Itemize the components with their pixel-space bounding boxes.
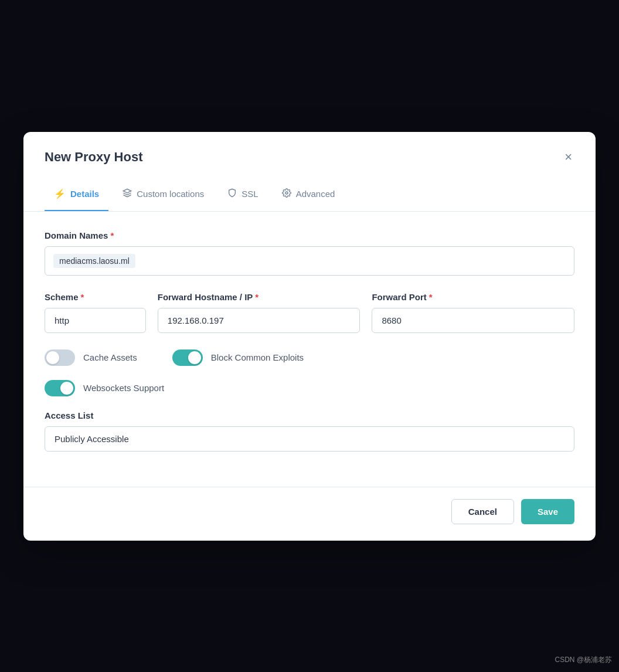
forward-port-input[interactable] bbox=[372, 308, 574, 333]
watermark: CSDN @杨浦老苏 bbox=[555, 655, 612, 665]
gear-icon bbox=[282, 188, 291, 200]
scheme-hostname-port-row: Scheme * Forward Hostname / IP * Forward… bbox=[45, 292, 574, 333]
tab-ssl[interactable]: SSL bbox=[218, 178, 267, 212]
shield-icon bbox=[227, 188, 237, 200]
modal-title: New Proxy Host bbox=[45, 150, 143, 165]
cache-assets-slider bbox=[45, 349, 75, 366]
websockets-label: Websockets Support bbox=[83, 383, 164, 393]
websockets-toggle[interactable] bbox=[45, 380, 75, 396]
domain-tag: mediacms.laosu.ml bbox=[53, 254, 135, 268]
domain-required-star: * bbox=[110, 230, 114, 240]
cache-assets-toggle[interactable] bbox=[45, 349, 75, 366]
cache-assets-label: Cache Assets bbox=[83, 352, 137, 362]
svg-marker-0 bbox=[124, 189, 131, 193]
tab-advanced[interactable]: Advanced bbox=[273, 178, 345, 212]
forward-hostname-group: Forward Hostname / IP * bbox=[158, 292, 360, 333]
cache-assets-group: Cache Assets bbox=[45, 349, 137, 366]
websockets-group: Websockets Support bbox=[45, 380, 164, 396]
tab-ssl-label: SSL bbox=[242, 189, 258, 199]
tab-custom-locations-label: Custom locations bbox=[137, 189, 204, 199]
scheme-required-star: * bbox=[81, 292, 84, 302]
port-required-star: * bbox=[429, 292, 433, 302]
modal-body: Domain Names * mediacms.laosu.ml Scheme … bbox=[23, 212, 596, 487]
block-exploits-slider bbox=[172, 349, 203, 366]
domain-names-input[interactable]: mediacms.laosu.ml bbox=[45, 246, 574, 276]
modal-header: New Proxy Host × bbox=[23, 132, 596, 178]
tab-details[interactable]: ⚡ Details bbox=[45, 178, 108, 211]
modal-dialog: New Proxy Host × ⚡ Details Custom locati… bbox=[23, 132, 596, 541]
svg-point-1 bbox=[285, 192, 288, 194]
modal-overlay: New Proxy Host × ⚡ Details Custom locati… bbox=[0, 0, 619, 672]
domain-names-group: Domain Names * mediacms.laosu.ml bbox=[45, 230, 574, 276]
layers-icon bbox=[123, 188, 132, 200]
save-button[interactable]: Save bbox=[521, 499, 574, 524]
forward-port-group: Forward Port * bbox=[372, 292, 574, 333]
cancel-button[interactable]: Cancel bbox=[451, 499, 514, 524]
tab-advanced-label: Advanced bbox=[296, 189, 335, 199]
block-exploits-toggle[interactable] bbox=[172, 349, 203, 366]
close-button[interactable]: × bbox=[562, 148, 574, 166]
scheme-input[interactable] bbox=[45, 308, 146, 333]
forward-hostname-input[interactable] bbox=[158, 308, 360, 333]
forward-port-label: Forward Port * bbox=[372, 292, 574, 302]
access-list-label: Access List bbox=[45, 410, 574, 420]
tab-details-label: Details bbox=[70, 189, 99, 199]
access-list-input[interactable] bbox=[45, 426, 574, 452]
toggles-row-1: Cache Assets Block Common Exploits bbox=[45, 349, 574, 366]
block-exploits-group: Block Common Exploits bbox=[172, 349, 304, 366]
modal-footer: Cancel Save bbox=[23, 487, 596, 541]
websockets-slider bbox=[45, 380, 75, 396]
hostname-required-star: * bbox=[255, 292, 259, 302]
lightning-icon: ⚡ bbox=[54, 188, 66, 199]
block-exploits-label: Block Common Exploits bbox=[211, 352, 304, 362]
tab-bar: ⚡ Details Custom locations bbox=[23, 178, 596, 212]
scheme-group: Scheme * bbox=[45, 292, 146, 333]
access-list-group: Access List bbox=[45, 410, 574, 452]
scheme-label: Scheme * bbox=[45, 292, 146, 302]
domain-names-label: Domain Names * bbox=[45, 230, 574, 240]
toggles-row-2: Websockets Support bbox=[45, 380, 574, 396]
forward-hostname-label: Forward Hostname / IP * bbox=[158, 292, 360, 302]
tab-custom-locations[interactable]: Custom locations bbox=[113, 178, 213, 212]
